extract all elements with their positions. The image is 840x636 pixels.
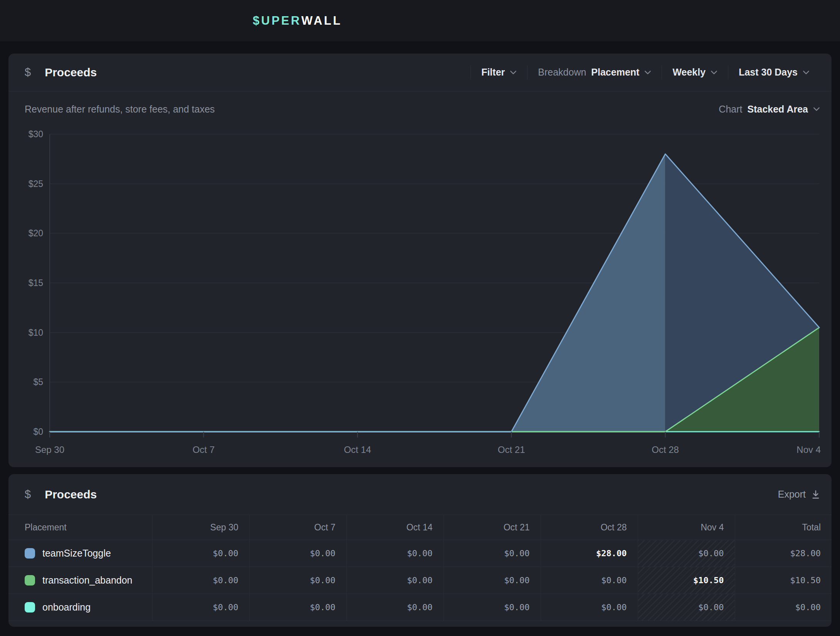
value-cell-oct-7: $0.00 bbox=[249, 567, 346, 594]
export-button[interactable]: Export bbox=[778, 489, 820, 500]
date-range-value: Last 30 Days bbox=[739, 67, 798, 78]
breakdown-label: Breakdown bbox=[538, 67, 586, 78]
chart-panel-title: Proceeds bbox=[45, 66, 97, 79]
proceeds-table-body: teamSizeToggle$0.00$0.00$0.00$0.00$28.00… bbox=[8, 540, 832, 621]
table-row-transaction_abandon: transaction_abandon$0.00$0.00$0.00$0.00$… bbox=[8, 567, 832, 594]
chart-panel-header: $ Proceeds Filter Breakdown Placement We… bbox=[8, 54, 832, 91]
dollar-icon: $ bbox=[25, 66, 31, 79]
placement-name: onboarding bbox=[42, 602, 91, 613]
value-cell-nov-4: $0.00 bbox=[638, 540, 735, 567]
placement-name: transaction_abandon bbox=[42, 575, 133, 586]
value-cell-total: $10.50 bbox=[735, 567, 832, 594]
column-header-oct-21: Oct 21 bbox=[444, 515, 541, 540]
x-axis-tick-label: Oct 28 bbox=[638, 444, 692, 455]
chart-type-value: Stacked Area bbox=[748, 104, 808, 115]
x-axis-tick-label: Oct 21 bbox=[484, 444, 538, 455]
table-row-onboarding: onboarding$0.00$0.00$0.00$0.00$0.00$0.00… bbox=[8, 594, 832, 621]
chart-controls: Filter Breakdown Placement Weekly Last 3… bbox=[470, 54, 820, 91]
value-cell-sep-30: $0.00 bbox=[152, 567, 249, 594]
value-cell-oct-28: $0.00 bbox=[541, 567, 638, 594]
series-color-swatch bbox=[25, 602, 35, 612]
column-header-oct-28: Oct 28 bbox=[541, 515, 638, 540]
placement-cell: teamSizeToggle bbox=[8, 540, 152, 567]
value-cell-oct-14: $0.00 bbox=[346, 540, 444, 567]
value-cell-oct-21: $0.00 bbox=[444, 567, 541, 594]
value-cell-nov-4: $0.00 bbox=[638, 594, 735, 621]
table-panel-title-group: $ Proceeds bbox=[25, 488, 97, 501]
placement-cell: transaction_abandon bbox=[8, 567, 152, 594]
chart-subheader: Revenue after refunds, store fees, and t… bbox=[25, 91, 820, 127]
download-icon bbox=[811, 490, 820, 499]
top-nav-bar: $UPERWALL bbox=[0, 0, 840, 41]
value-cell-oct-7: $0.00 bbox=[249, 540, 346, 567]
table-panel-header: $ Proceeds Export bbox=[8, 474, 832, 515]
period-dropdown[interactable]: Weekly bbox=[662, 67, 728, 78]
value-cell-sep-30: $0.00 bbox=[152, 540, 249, 567]
x-axis-tick-label: Nov 4 bbox=[774, 444, 821, 455]
chart-panel-title-group: $ Proceeds bbox=[25, 66, 97, 79]
value-cell-oct-14: $0.00 bbox=[346, 594, 444, 621]
placement-name: teamSizeToggle bbox=[42, 548, 111, 559]
value-cell-oct-28: $28.00 bbox=[541, 540, 638, 567]
chevron-down-icon bbox=[644, 70, 651, 75]
value-cell-oct-21: $0.00 bbox=[444, 540, 541, 567]
period-value: Weekly bbox=[672, 67, 706, 78]
proceeds-table: PlacementSep 30Oct 7Oct 14Oct 21Oct 28No… bbox=[8, 515, 832, 621]
superwall-logo[interactable]: $UPERWALL bbox=[253, 0, 342, 41]
filter-dropdown[interactable]: Filter bbox=[471, 67, 527, 78]
value-cell-oct-28: $0.00 bbox=[541, 594, 638, 621]
table-panel-title: Proceeds bbox=[45, 488, 97, 501]
column-header-oct-14: Oct 14 bbox=[346, 515, 444, 540]
value-cell-total: $0.00 bbox=[735, 594, 832, 621]
placement-cell: onboarding bbox=[8, 594, 152, 621]
breakdown-dropdown[interactable]: Breakdown Placement bbox=[528, 67, 662, 78]
dollar-icon: $ bbox=[25, 488, 31, 501]
export-label: Export bbox=[778, 489, 806, 500]
filter-label: Filter bbox=[481, 67, 505, 78]
proceeds-table-head-row: PlacementSep 30Oct 7Oct 14Oct 21Oct 28No… bbox=[8, 515, 832, 540]
chevron-down-icon bbox=[803, 70, 810, 75]
column-header-sep-30: Sep 30 bbox=[152, 515, 249, 540]
series-color-swatch bbox=[25, 575, 35, 586]
chevron-down-icon bbox=[510, 70, 517, 75]
column-header-placement: Placement bbox=[8, 515, 152, 540]
series-color-swatch bbox=[25, 548, 35, 559]
x-axis-tick-label: Oct 7 bbox=[176, 444, 230, 455]
value-cell-oct-7: $0.00 bbox=[249, 594, 346, 621]
value-cell-nov-4: $10.50 bbox=[638, 567, 735, 594]
column-header-nov-4: Nov 4 bbox=[638, 515, 735, 540]
value-cell-sep-30: $0.00 bbox=[152, 594, 249, 621]
table-row-teamSizeToggle: teamSizeToggle$0.00$0.00$0.00$0.00$28.00… bbox=[8, 540, 832, 567]
proceeds-chart-panel: $ Proceeds Filter Breakdown Placement We… bbox=[8, 54, 832, 467]
value-cell-oct-14: $0.00 bbox=[346, 567, 444, 594]
chevron-down-icon bbox=[813, 106, 820, 112]
logo-text-primary: $UPER bbox=[253, 14, 301, 28]
value-cell-total: $28.00 bbox=[735, 540, 832, 567]
chart-type-label: Chart bbox=[719, 104, 742, 115]
logo-text-secondary: WALL bbox=[301, 14, 342, 28]
column-header-total: Total bbox=[735, 515, 832, 540]
x-axis-tick-label: Sep 30 bbox=[23, 444, 77, 455]
date-range-dropdown[interactable]: Last 30 Days bbox=[728, 67, 820, 78]
chart-subtitle: Revenue after refunds, store fees, and t… bbox=[25, 104, 215, 115]
column-header-oct-7: Oct 7 bbox=[249, 515, 346, 540]
chevron-down-icon bbox=[711, 70, 717, 75]
x-axis-tick-label: Oct 14 bbox=[331, 444, 385, 455]
stacked-area-svg bbox=[8, 127, 832, 447]
chart-type-dropdown[interactable]: Chart Stacked Area bbox=[719, 104, 820, 115]
breakdown-value: Placement bbox=[591, 67, 639, 78]
value-cell-oct-21: $0.00 bbox=[444, 594, 541, 621]
proceeds-table-panel: $ Proceeds Export PlacementSep 30Oct 7Oc… bbox=[8, 474, 832, 627]
